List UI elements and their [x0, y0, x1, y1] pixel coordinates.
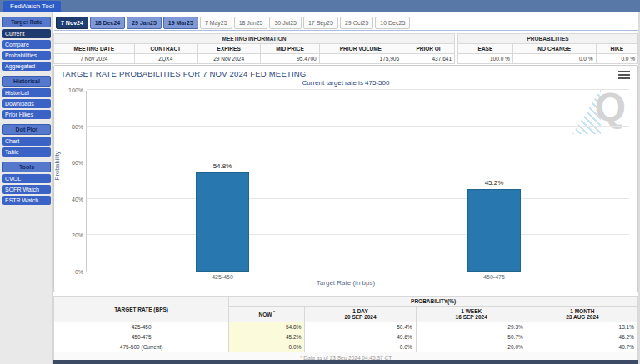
table-row: 450-47545.2%49.6%50.7%46.2%: [54, 332, 638, 342]
plot-area: 0%20%40%60%80%100%54.8%425-45045.2%450-4…: [86, 91, 629, 272]
sidebar-item-chart[interactable]: Chart: [2, 137, 51, 146]
period-header-1-week: 1 WEEK16 SEP 2024: [416, 307, 527, 322]
section-header-target-rate: Target Rate: [2, 17, 51, 27]
chart-subtitle: Current target rate is 475-500: [54, 79, 638, 87]
prob-summary-col-ease: EASE: [458, 44, 513, 54]
sidebar-item-compare[interactable]: Compare: [2, 40, 51, 49]
period-header-1-month: 1 MONTH23 AUG 2024: [527, 307, 638, 322]
now-cell: 54.8%: [229, 322, 305, 332]
sidebar-item-prior-hikes[interactable]: Prior Hikes: [2, 110, 51, 119]
section-header-dot-plot: Dot Plot: [2, 124, 51, 135]
gridline: [87, 162, 629, 162]
gridline: [87, 198, 629, 199]
chart-menu-icon[interactable]: [618, 71, 630, 80]
meeting-info-title: MEETING INFORMATION: [54, 34, 455, 44]
bar-value-label: 45.2%: [485, 179, 504, 187]
sidebar: Target RateCurrentCompareProbabilitiesAg…: [2, 17, 51, 205]
period-date: 16 SEP 2024: [420, 314, 523, 320]
sidebar-item-table[interactable]: Table: [2, 147, 51, 157]
gridline: [87, 126, 629, 127]
meeting-info-value-expires: 29 Nov 2024: [198, 54, 261, 64]
chart-panel: TARGET RATE PROBABILITIES FOR 7 NOV 2024…: [53, 65, 638, 292]
bar-450-475[interactable]: [468, 189, 521, 272]
sidebar-item-estr-watch[interactable]: ESTR Watch: [2, 196, 51, 205]
gridline: [87, 234, 629, 235]
tab-10-dec25[interactable]: 10 Dec25: [375, 17, 410, 29]
bar-425-450[interactable]: [196, 172, 249, 272]
gridline: [87, 89, 629, 90]
probability-table-body: TARGET RATE (BPS)PROBABILITY(%)NOW *1 DA…: [54, 297, 638, 364]
week-cell: 20.0%: [416, 342, 527, 352]
tab-17-sep25[interactable]: 17 Sep25: [303, 17, 338, 29]
week-cell: 50.7%: [416, 332, 527, 342]
rate-header: TARGET RATE (BPS): [54, 297, 229, 322]
rate-cell: 425-450: [54, 322, 229, 332]
y-axis-title: Probability: [53, 151, 61, 180]
tab-29-oct25[interactable]: 29 Oct25: [340, 17, 373, 29]
meeting-info-col-contract: CONTRACT: [134, 44, 197, 54]
sidebar-item-probabilities[interactable]: Probabilities: [2, 51, 51, 60]
prob-summary-title: PROBABILITIES: [458, 34, 638, 44]
y-tick-label: 0%: [75, 269, 83, 275]
tab-18-dec24[interactable]: 18 Dec24: [90, 17, 125, 29]
section-header-tools: Tools: [2, 162, 51, 172]
probabilities-summary-table: PROBABILITIESEASENO CHANGEHIKE100.0 %0.0…: [458, 33, 638, 64]
now-cell: 45.2%: [229, 332, 305, 342]
sidebar-item-sofr-watch[interactable]: SOFR Watch: [2, 185, 51, 194]
month-cell: 13.1%: [527, 322, 638, 332]
month-cell: 46.2%: [527, 332, 638, 342]
period-date: 20 SEP 2024: [308, 314, 412, 320]
now-header: NOW *: [229, 307, 305, 322]
meeting-info-value-mid-price: 95.4700: [261, 54, 319, 64]
y-tick-label: 100%: [68, 87, 83, 93]
probability-table: TARGET RATE (BPS)PROBABILITY(%)NOW *1 DA…: [53, 296, 638, 364]
tab-29-jan25[interactable]: 29 Jan25: [127, 17, 162, 29]
sidebar-item-downloads[interactable]: Downloads: [2, 99, 51, 108]
meeting-info-col-mid-price: MID PRICE: [261, 44, 319, 54]
chart-title: TARGET RATE PROBABILITIES FOR 7 NOV 2024…: [61, 69, 306, 78]
sidebar-item-current[interactable]: Current: [2, 29, 51, 38]
horizontal-scrollbar[interactable]: [53, 360, 640, 364]
prob-summary-value-ease: 100.0 %: [458, 54, 513, 64]
day-cell: 49.6%: [305, 332, 416, 342]
tab-18-jun25[interactable]: 18 Jun25: [234, 17, 268, 29]
y-tick-label: 40%: [72, 196, 83, 202]
prob-summary-value-hike: 0.0 %: [596, 54, 638, 64]
now-cell: 0.0%: [229, 342, 305, 352]
meeting-info-table: MEETING INFORMATIONMEETING DATECONTRACTE…: [53, 33, 455, 64]
app-title-tab[interactable]: FedWatch Tool: [3, 1, 61, 12]
probabilities-summary-body: PROBABILITIESEASENO CHANGEHIKE100.0 %0.0…: [458, 34, 638, 64]
sidebar-item-cvol[interactable]: CVOL: [2, 174, 51, 183]
rate-cell: 475-500 (Current): [54, 342, 229, 352]
day-cell: 50.4%: [305, 322, 416, 332]
y-tick-label: 60%: [72, 160, 83, 166]
week-cell: 29.3%: [416, 322, 527, 332]
tab-7-may25[interactable]: 7 May25: [200, 17, 232, 29]
top-bar: FedWatch Tool: [0, 0, 640, 12]
section-header-historical: Historical: [2, 76, 51, 87]
probability-group-header: PROBABILITY(%): [229, 297, 638, 307]
y-tick-label: 80%: [72, 123, 83, 129]
month-cell: 40.7%: [527, 342, 638, 352]
meeting-info-value-prior-oi: 437,641: [402, 54, 455, 64]
tab-30-jul25[interactable]: 30 Jul25: [269, 17, 301, 29]
sidebar-item-historical[interactable]: Historical: [2, 88, 51, 97]
day-cell: 0.0%: [305, 342, 416, 352]
rate-cell: 450-475: [54, 332, 229, 342]
x-axis-title: Target Rate (in bps): [54, 279, 638, 287]
bar-value-label: 54.8%: [213, 162, 232, 170]
table-row: 475-500 (Current)0.0%0.0%20.0%40.7%: [54, 342, 638, 352]
tab-19-mar25[interactable]: 19 Mar25: [163, 17, 198, 29]
meeting-info-value-contract: ZQX4: [134, 54, 197, 64]
sidebar-item-aggregated[interactable]: Aggregated: [2, 62, 51, 71]
meeting-info-col-prior-volume: PRIOR VOLUME: [319, 44, 402, 54]
meeting-info-value-prior-volume: 175,906: [319, 54, 402, 64]
meeting-info-body: MEETING INFORMATIONMEETING DATECONTRACTE…: [54, 34, 455, 64]
period-header-1-day: 1 DAY20 SEP 2024: [305, 307, 416, 322]
period-date: 23 AUG 2024: [531, 314, 634, 320]
tab-7-nov24[interactable]: 7 Nov24: [56, 17, 88, 29]
y-tick-label: 20%: [72, 232, 83, 238]
prob-summary-col-no-change: NO CHANGE: [512, 44, 596, 54]
meeting-info-col-meeting-date: MEETING DATE: [54, 44, 135, 54]
meeting-info-value-meeting-date: 7 Nov 2024: [54, 54, 135, 64]
